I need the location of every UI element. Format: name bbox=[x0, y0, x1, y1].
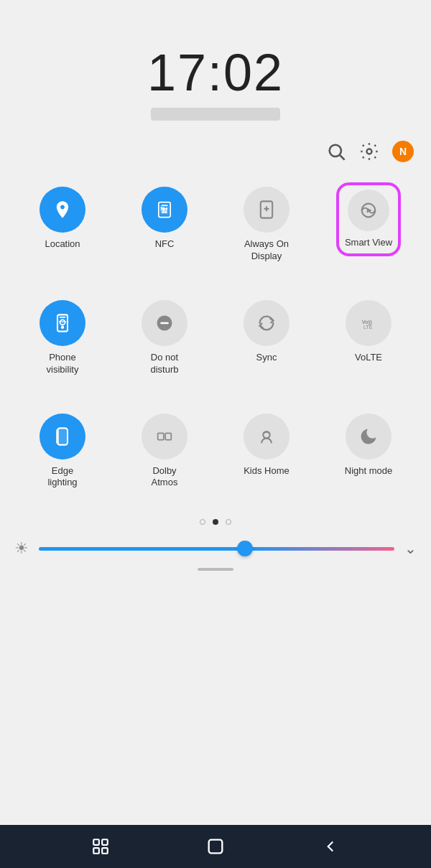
avatar-letter: N bbox=[399, 146, 407, 157]
tile-dolby[interactable]: DolbyAtmos bbox=[113, 402, 216, 498]
page-dots bbox=[0, 505, 431, 536]
svg-rect-23 bbox=[165, 433, 171, 439]
tile-smart-view-icon bbox=[348, 190, 389, 231]
tile-phone-vis-icon bbox=[40, 300, 85, 346]
page-dot-3[interactable] bbox=[226, 519, 231, 525]
svg-text:LTE: LTE bbox=[363, 325, 373, 330]
tile-night-mode[interactable]: Night mode bbox=[318, 402, 420, 498]
svg-point-0 bbox=[330, 145, 341, 157]
avatar-icon[interactable]: N bbox=[392, 141, 414, 162]
svg-rect-29 bbox=[209, 840, 223, 854]
tile-sync[interactable]: Sync bbox=[216, 289, 318, 385]
home-indicator bbox=[0, 561, 431, 574]
tile-kids-icon bbox=[244, 414, 289, 459]
tile-edge-icon bbox=[40, 414, 85, 459]
search-icon[interactable] bbox=[326, 141, 346, 162]
tile-dnd-label: Do notdisturb bbox=[150, 352, 178, 376]
recents-icon[interactable] bbox=[91, 837, 110, 856]
tile-volte-icon: Vo)) LTE bbox=[346, 300, 391, 346]
tile-dnd[interactable]: Do notdisturb bbox=[113, 289, 216, 385]
brightness-icon: ☀ bbox=[14, 539, 29, 558]
clock-display: 17:02 bbox=[147, 43, 284, 102]
brightness-row: ☀ ⌄ bbox=[0, 536, 431, 561]
tile-nfc[interactable]: N N NFC bbox=[113, 175, 216, 271]
page-dot-1[interactable] bbox=[200, 519, 205, 525]
settings-icon[interactable] bbox=[359, 141, 379, 162]
brightness-track[interactable] bbox=[39, 547, 394, 551]
tile-sync-label: Sync bbox=[256, 352, 277, 364]
nav-bar bbox=[0, 825, 431, 868]
svg-rect-16 bbox=[160, 322, 169, 324]
svg-rect-26 bbox=[93, 848, 99, 854]
tile-location-label: Location bbox=[45, 238, 80, 251]
svg-rect-22 bbox=[158, 433, 164, 439]
tile-volte[interactable]: Vo)) LTE VoLTE bbox=[318, 289, 420, 385]
tile-phone-vis-label: Phonevisibility bbox=[47, 352, 79, 376]
tile-location-icon bbox=[40, 187, 85, 233]
home-bar bbox=[198, 568, 233, 571]
tile-kids-home[interactable]: Kids Home bbox=[216, 402, 318, 498]
tile-night-icon bbox=[346, 414, 391, 459]
tile-volte-label: VoLTE bbox=[355, 352, 382, 364]
tile-dolby-icon bbox=[142, 414, 187, 459]
tile-smart-view-label: Smart View bbox=[345, 237, 392, 249]
brightness-expand-icon[interactable]: ⌄ bbox=[404, 540, 417, 557]
tile-nfc-icon: N N bbox=[142, 187, 187, 233]
svg-point-13 bbox=[62, 326, 63, 327]
clock-area: 17:02 bbox=[0, 29, 431, 128]
tile-edge-lighting[interactable]: Edgelighting bbox=[11, 402, 113, 498]
quick-tiles-row3: Edgelighting DolbyAtmos Kids Home bbox=[0, 395, 431, 505]
date-bar bbox=[151, 108, 280, 121]
status-bar bbox=[0, 0, 431, 29]
tile-nfc-label: NFC bbox=[155, 238, 175, 251]
svg-rect-20 bbox=[58, 429, 67, 444]
svg-rect-28 bbox=[102, 848, 108, 854]
tile-aod-icon bbox=[244, 187, 289, 233]
top-icons-bar: N bbox=[0, 128, 431, 168]
back-icon[interactable] bbox=[321, 837, 340, 856]
tile-smart-view[interactable]: Smart View bbox=[318, 175, 420, 271]
quick-tiles-row1: Location N N NFC Always OnDisplay bbox=[0, 168, 431, 279]
tile-dolby-label: DolbyAtmos bbox=[152, 465, 178, 490]
tile-night-label: Night mode bbox=[345, 465, 392, 477]
tile-aod-label: Always OnDisplay bbox=[244, 238, 289, 263]
tile-sync-icon bbox=[244, 300, 289, 346]
page-dot-2[interactable] bbox=[213, 519, 218, 525]
svg-text:N: N bbox=[162, 206, 168, 215]
svg-line-1 bbox=[340, 155, 344, 159]
brightness-thumb bbox=[237, 541, 253, 556]
tile-phone-visibility[interactable]: Phonevisibility bbox=[11, 289, 113, 385]
tile-dnd-icon bbox=[142, 300, 187, 346]
tile-location[interactable]: Location bbox=[11, 175, 113, 271]
tile-edge-label: Edgelighting bbox=[47, 465, 77, 490]
quick-tiles-row2: Phonevisibility Do notdisturb Sync Vo)) bbox=[0, 281, 431, 392]
svg-rect-27 bbox=[102, 839, 108, 845]
svg-rect-25 bbox=[93, 839, 99, 845]
tile-always-on-display[interactable]: Always OnDisplay bbox=[216, 175, 318, 271]
svg-point-2 bbox=[367, 149, 372, 154]
tile-kids-label: Kids Home bbox=[244, 465, 289, 477]
home-icon[interactable] bbox=[205, 836, 226, 857]
